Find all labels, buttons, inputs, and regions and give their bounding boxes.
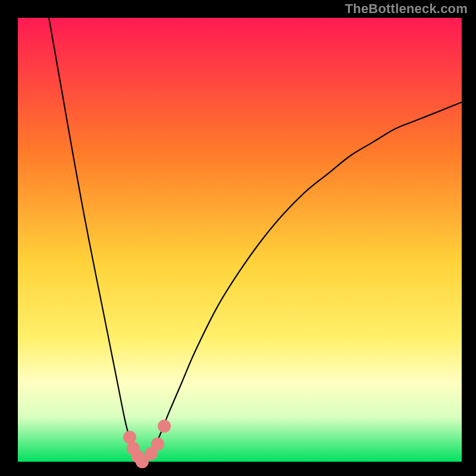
plot-background [18,18,462,462]
attribution-label: TheBottleneck.com [345,1,468,17]
marker-point [158,419,171,433]
marker-point [123,431,136,444]
chart-container: TheBottleneck.com [0,0,476,476]
bottleneck-curve-chart [0,0,476,476]
marker-point [151,437,164,450]
